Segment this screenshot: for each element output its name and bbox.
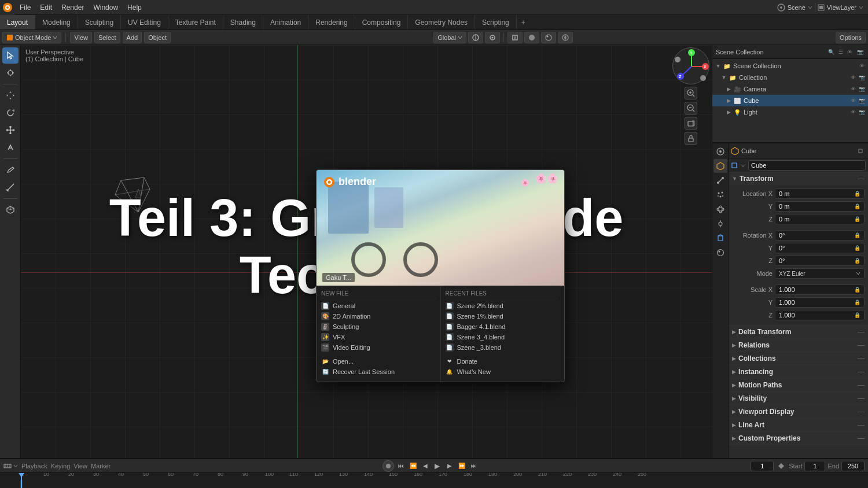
splash-open-link[interactable]: 📂 Open... [321, 356, 436, 367]
splash-sculpting-link[interactable]: 🗿 Sculpting [321, 321, 436, 332]
props-expand-btn[interactable] [855, 146, 866, 156]
end-frame-field[interactable]: 250 [841, 461, 865, 471]
tab-sculpting[interactable]: Sculpting [78, 15, 121, 29]
prev-frame-btn[interactable]: ⏪ [408, 461, 418, 471]
location-x-field[interactable]: 0 m 🔒 [775, 188, 865, 199]
prop-tab-object-data[interactable] [713, 231, 727, 245]
outliner-view-col[interactable]: 👁 [845, 48, 854, 56]
mode-selector[interactable]: Object Mode [2, 32, 61, 43]
splash-general-link[interactable]: 📄 General [321, 301, 436, 311]
location-z-field[interactable]: 0 m 🔒 [775, 214, 865, 224]
menu-window[interactable]: Window [89, 0, 123, 15]
collections-header[interactable]: ▶ Collections — [729, 352, 868, 365]
tab-uv-editing[interactable]: UV Editing [121, 15, 168, 29]
outliner-row-scene-collection[interactable]: ▼ 📁 Scene Collection 👁 [712, 60, 868, 72]
cube-eye-icon[interactable]: 👁 [849, 97, 857, 105]
prev-keyframe-btn[interactable]: ◀ [420, 461, 431, 471]
transform-global-selector[interactable]: Global [433, 32, 466, 43]
outliner-row-collection[interactable]: ▼ 📁 Collection 👁 📷 [712, 72, 868, 83]
expand-light[interactable]: ▶ [725, 109, 732, 116]
tab-modeling[interactable]: Modeling [35, 15, 78, 29]
menu-help[interactable]: Help [123, 0, 146, 15]
record-btn[interactable] [382, 460, 394, 472]
select-tool-btn[interactable] [2, 47, 19, 64]
select-menu[interactable]: Select [94, 32, 120, 43]
snap-btn[interactable] [468, 32, 483, 43]
delta-transform-header[interactable]: ▶ Delta Transform — [729, 326, 868, 338]
camera-eye-icon[interactable]: 👁 [849, 85, 857, 93]
menu-render[interactable]: Render [57, 0, 89, 15]
lock-camera-btn[interactable] [685, 132, 697, 145]
location-y-field[interactable]: 0 m 🔒 [775, 201, 865, 212]
rotation-z-field[interactable]: 0° 🔒 [775, 256, 865, 266]
splash-recent-3[interactable]: 📄 Bagger 4.1.blend [446, 321, 560, 332]
viewport-shading-material[interactable] [541, 32, 556, 43]
options-button[interactable]: Options [836, 32, 866, 43]
add-cube-btn[interactable] [2, 202, 19, 218]
mesh-name-input[interactable] [748, 160, 866, 171]
tab-texture-paint[interactable]: Texture Paint [168, 15, 223, 29]
viewport-display-header[interactable]: ▶ Viewport Display — [729, 405, 868, 418]
splash-video-edit-link[interactable]: 🎬 Video Editing [321, 342, 436, 353]
splash-recent-2[interactable]: 📄 Szene 1%.blend [446, 311, 560, 321]
current-frame-field[interactable]: 1 [751, 461, 774, 471]
motion-paths-header[interactable]: ▶ Motion Paths — [729, 379, 868, 391]
relations-header[interactable]: ▶ Relations — [729, 339, 868, 352]
prop-tab-object[interactable] [713, 159, 727, 173]
viewport-shading-render[interactable] [558, 32, 573, 43]
next-frame-btn[interactable]: ⏩ [457, 461, 467, 471]
zoom-in-btn[interactable] [685, 87, 697, 99]
timeline-track[interactable]: 1 10 20 30 40 50 60 70 80 90 100 110 120… [0, 473, 868, 488]
prop-tab-constraints[interactable] [713, 217, 727, 231]
custom-properties-header[interactable]: ▶ Custom Properties — [729, 432, 868, 445]
object-menu[interactable]: Object [144, 32, 171, 43]
expand-scene-collection[interactable]: ▼ [715, 62, 722, 69]
menu-edit[interactable]: Edit [35, 0, 57, 15]
light-render-icon[interactable]: 📷 [858, 108, 866, 116]
keying-label[interactable]: Keying [51, 463, 71, 469]
tab-geometry-nodes[interactable]: Geometry Nodes [408, 15, 475, 29]
light-eye-icon[interactable]: 👁 [849, 108, 857, 116]
expand-camera[interactable]: ▶ [725, 86, 732, 93]
tab-compositing[interactable]: Compositing [355, 15, 409, 29]
transform-tool-btn[interactable] [2, 139, 19, 156]
splash-2d-anim-link[interactable]: 🎨 2D Animation [321, 311, 436, 321]
cube-render-icon[interactable]: 📷 [858, 97, 866, 105]
view-label[interactable]: View [73, 463, 87, 469]
outliner-row-camera[interactable]: ▶ 🎥 Camera 👁 📷 [712, 83, 868, 95]
view-menu[interactable]: View [70, 32, 92, 43]
playback-label[interactable]: Playback [21, 463, 47, 469]
add-menu[interactable]: Add [123, 32, 142, 43]
outliner-row-cube[interactable]: ▶ ⬜ Cube 👁 📷 [712, 95, 868, 106]
scale-y-field[interactable]: 1.000 🔒 [775, 297, 865, 308]
move-tool-btn[interactable] [2, 87, 19, 103]
cursor-tool-btn[interactable] [2, 65, 19, 81]
camera-view-btn[interactable] [685, 117, 697, 130]
scene-collection-eye-icon[interactable]: 👁 [858, 62, 866, 70]
prop-tab-material[interactable] [713, 246, 727, 260]
outliner-row-light[interactable]: ▶ 💡 Light 👁 📷 [712, 106, 868, 118]
splash-donate-link[interactable]: ❤ Donate [446, 356, 560, 367]
prop-tab-particles[interactable] [713, 188, 727, 202]
splash-vfx-link[interactable]: ✨ VFX [321, 332, 436, 342]
scale-tool-btn[interactable] [2, 122, 19, 138]
jump-end-btn[interactable]: ⏭ [469, 461, 479, 471]
tab-layout[interactable]: Layout [0, 15, 35, 29]
add-workspace-button[interactable]: + [517, 15, 530, 29]
splash-recover-link[interactable]: 🔄 Recover Last Session [321, 367, 436, 377]
rotation-x-field[interactable]: 0° 🔒 [775, 230, 865, 241]
instancing-header[interactable]: ▶ Instancing — [729, 365, 868, 378]
splash-recent-4[interactable]: 📄 Szene 3_4.blend [446, 332, 560, 342]
rotation-mode-dropdown[interactable]: XYZ Euler [775, 268, 865, 279]
start-frame-field[interactable]: 1 [804, 461, 825, 471]
expand-cube[interactable]: ▶ [725, 97, 732, 104]
zoom-out-btn[interactable] [685, 102, 697, 114]
visibility-header[interactable]: ▶ Visibility — [729, 392, 868, 405]
splash-whats-new-link[interactable]: 🔔 What's New [446, 367, 560, 377]
scale-z-field[interactable]: 1.000 🔒 [775, 310, 865, 320]
tab-rendering[interactable]: Rendering [308, 15, 355, 29]
marker-label[interactable]: Marker [91, 463, 111, 469]
collection-render-icon[interactable]: 📷 [858, 73, 866, 82]
xray-btn[interactable] [507, 32, 523, 43]
outliner-filter-btn[interactable]: 🔍 [827, 48, 835, 56]
